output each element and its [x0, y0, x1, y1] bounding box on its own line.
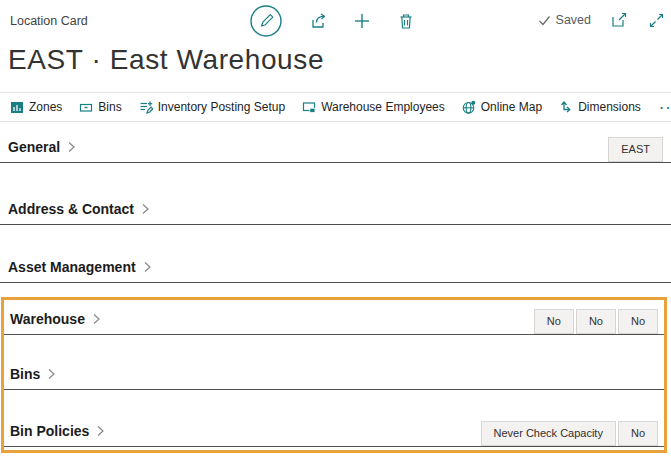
- section-warehouse-title: Warehouse: [10, 311, 85, 327]
- delete-trash-icon[interactable]: [397, 12, 415, 30]
- online-map-icon: [462, 100, 476, 114]
- highlight-outline: Warehouse No No No Bins Bin Policies Nev…: [1, 297, 667, 453]
- toolbar-label: Warehouse Employees: [321, 100, 445, 114]
- section-bins-title: Bins: [10, 366, 40, 382]
- add-icon[interactable]: [353, 12, 371, 30]
- chevron-right-icon: [96, 425, 105, 437]
- toolbar-item-warehouse-employees[interactable]: Warehouse Employees: [302, 100, 445, 114]
- command-bar-actions: [249, 4, 415, 38]
- section-warehouse[interactable]: Warehouse No No No: [4, 303, 664, 335]
- field-badge[interactable]: Never Check Capacity: [481, 421, 616, 446]
- section-asset-management[interactable]: Asset Management: [0, 251, 671, 283]
- section-address-contact[interactable]: Address & Contact: [0, 193, 671, 225]
- toolbar-item-inventory-posting-setup[interactable]: Inventory Posting Setup: [139, 100, 285, 114]
- field-badge-code[interactable]: EAST: [608, 137, 663, 162]
- chevron-right-icon: [141, 203, 150, 215]
- saved-label: Saved: [556, 13, 591, 27]
- chevron-right-icon: [92, 313, 101, 325]
- warehouse-employees-icon: [302, 100, 316, 114]
- toolbar-item-zones[interactable]: Zones: [10, 100, 62, 114]
- section-bin-policies-title: Bin Policies: [10, 423, 89, 439]
- toolbar-label: Inventory Posting Setup: [158, 100, 285, 114]
- toolbar-label: Online Map: [481, 100, 542, 114]
- toolbar-label: Zones: [29, 100, 62, 114]
- zones-icon: [10, 100, 24, 114]
- saved-check-icon: [538, 14, 551, 27]
- page-title: EAST · East Warehouse: [8, 44, 324, 76]
- field-badge[interactable]: No: [618, 421, 658, 446]
- toolbar-item-dimensions[interactable]: Dimensions: [559, 100, 641, 114]
- divider: [0, 92, 671, 93]
- section-bins[interactable]: Bins: [4, 358, 664, 390]
- section-address-contact-title: Address & Contact: [8, 201, 134, 217]
- section-general[interactable]: General EAST: [0, 131, 671, 163]
- toolbar-item-online-map[interactable]: Online Map: [462, 100, 542, 114]
- more-actions-icon[interactable]: ···: [660, 100, 671, 115]
- toolbar-item-bins[interactable]: Bins: [79, 100, 121, 114]
- page-caption: Location Card: [10, 14, 88, 28]
- toolbar-label: Dimensions: [578, 100, 641, 114]
- field-badge[interactable]: No: [618, 309, 658, 334]
- chevron-right-icon: [47, 368, 56, 380]
- save-status: Saved: [538, 13, 591, 27]
- location-card-page: Location Card: [0, 0, 671, 468]
- expand-icon[interactable]: [647, 11, 665, 29]
- toolbar-label: Bins: [98, 100, 121, 114]
- section-bin-policies[interactable]: Bin Policies Never Check Capacity No: [4, 415, 664, 447]
- window-actions: Saved: [538, 11, 665, 29]
- popout-window-icon[interactable]: [610, 11, 628, 29]
- inventory-posting-setup-icon: [139, 100, 153, 114]
- action-toolbar: Zones Bins Inventory Posting Setup: [10, 94, 667, 120]
- bins-icon: [79, 100, 93, 114]
- chevron-right-icon: [67, 141, 76, 153]
- section-general-title: General: [8, 139, 60, 155]
- share-icon[interactable]: [309, 12, 327, 30]
- edit-pencil-icon[interactable]: [249, 4, 283, 38]
- dimensions-icon: [559, 100, 573, 114]
- section-asset-management-title: Asset Management: [8, 259, 136, 275]
- divider: [0, 121, 671, 122]
- field-badge[interactable]: No: [576, 309, 616, 334]
- field-badge[interactable]: No: [534, 309, 574, 334]
- chevron-right-icon: [143, 261, 152, 273]
